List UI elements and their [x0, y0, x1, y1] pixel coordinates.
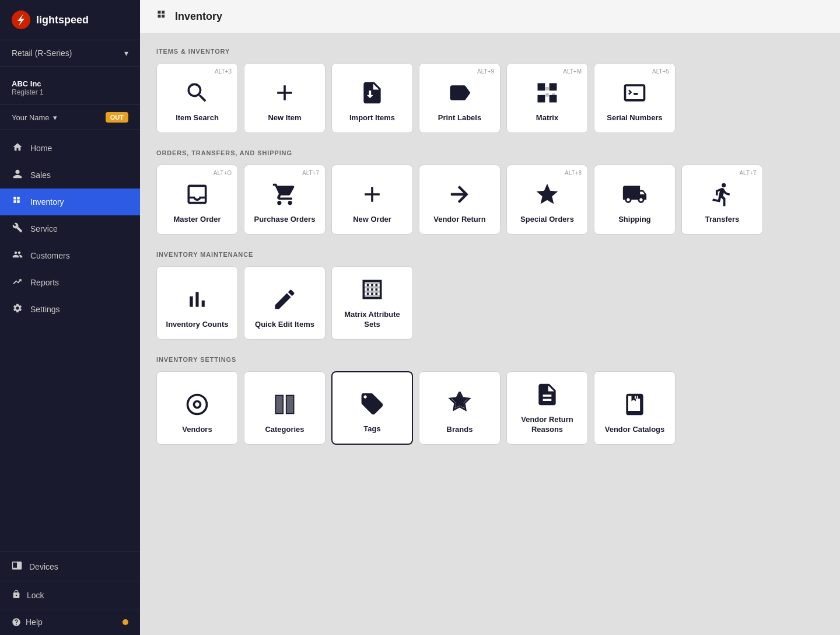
main-navigation: Home Sales Inventory Service Customers [0, 130, 140, 552]
road-icon [709, 180, 735, 209]
user-name-button[interactable]: Your Name ▾ [12, 113, 57, 122]
tile-serial-numbers[interactable]: ALT+5 Serial Numbers [594, 63, 676, 133]
home-icon [12, 142, 23, 155]
tile-label-vendor-return: Vendor Return [433, 215, 486, 225]
tile-vendors[interactable]: Vendors [156, 371, 238, 445]
sidebar-item-customers[interactable]: Customers [0, 242, 140, 269]
user-chevron-icon: ▾ [53, 113, 57, 122]
new-order-plus-icon [359, 180, 385, 209]
tiles-inventory-settings: Vendors Categories Tags [156, 371, 824, 445]
tiles-items-inventory: ALT+3 Item Search New Item [156, 63, 824, 133]
store-type-dropdown[interactable]: Retail (R-Series) ▾ [12, 48, 128, 58]
logo-text: lightspeed [36, 14, 89, 26]
sidebar-item-reports[interactable]: Reports [0, 269, 140, 296]
notification-dot [123, 619, 128, 625]
shortcut-matrix: ALT+M [563, 68, 582, 75]
grid-icon [359, 275, 385, 304]
tile-label-quick-edit-items: Quick Edit Items [255, 320, 314, 330]
user-status-badge: OUT [106, 112, 128, 123]
tile-tags[interactable]: Tags [331, 371, 413, 445]
store-selector[interactable]: Retail (R-Series) ▾ [0, 40, 140, 67]
main-content-area: Inventory ITEMS & INVENTORY ALT+3 Item S… [140, 0, 840, 635]
lightspeed-logo-icon [12, 11, 30, 29]
sidebar-item-sales[interactable]: Sales [0, 162, 140, 189]
sidebar-item-devices[interactable]: Devices [0, 552, 140, 581]
section-title-maintenance: INVENTORY MAINTENANCE [156, 251, 824, 258]
search-icon [184, 78, 210, 107]
tile-label-new-item: New Item [268, 113, 301, 123]
tile-vendor-return-reasons[interactable]: Vendor Return Reasons [506, 371, 588, 445]
tile-matrix[interactable]: ALT+M Matrix [506, 63, 588, 133]
shortcut-special-orders: ALT+8 [565, 170, 582, 176]
tile-master-order[interactable]: ALT+O Master Order [156, 165, 238, 235]
page-header: Inventory [140, 0, 840, 34]
tile-import-items[interactable]: Import Items [331, 63, 413, 133]
settings-icon [12, 303, 23, 316]
tile-print-labels[interactable]: ALT+9 Print Labels [419, 63, 501, 133]
store-selector-chevron: ▾ [124, 48, 128, 58]
star-icon [534, 180, 560, 209]
tile-label-shipping: Shipping [618, 215, 651, 225]
sidebar-bottom: Devices Lock Help [0, 552, 140, 635]
page-title: Inventory [175, 11, 222, 23]
help-link[interactable]: Help [12, 617, 43, 627]
section-inventory-maintenance: INVENTORY MAINTENANCE Inventory Counts Q… [156, 251, 824, 340]
starburst-icon [447, 390, 473, 419]
book-icon [622, 390, 648, 419]
tile-label-categories: Categories [265, 425, 304, 435]
terminal-icon [622, 78, 648, 107]
tile-transfers[interactable]: ALT+T Transfers [681, 165, 763, 235]
tile-label-matrix-attribute-sets: Matrix Attribute Sets [338, 310, 407, 330]
tile-shipping[interactable]: Shipping [594, 165, 676, 235]
tile-label-inventory-counts: Inventory Counts [166, 320, 229, 330]
sales-icon [12, 169, 23, 182]
lock-icon [12, 589, 21, 601]
tile-label-print-labels: Print Labels [438, 113, 481, 123]
customers-icon [12, 249, 23, 262]
tile-quick-edit-items[interactable]: Quick Edit Items [244, 266, 326, 340]
tags-icon [359, 389, 385, 418]
section-title-items: ITEMS & INVENTORY [156, 48, 824, 55]
sidebar-item-settings[interactable]: Settings [0, 296, 140, 323]
tile-label-special-orders: Special Orders [520, 215, 574, 225]
tile-matrix-attribute-sets[interactable]: Matrix Attribute Sets [331, 266, 413, 340]
truck-icon [622, 180, 648, 209]
section-title-orders: ORDERS, TRANSFERS, AND SHIPPING [156, 149, 824, 156]
tile-label-vendor-catalogs: Vendor Catalogs [605, 425, 665, 435]
tile-vendor-return[interactable]: Vendor Return [419, 165, 501, 235]
tile-new-order[interactable]: New Order [331, 165, 413, 235]
tile-item-search[interactable]: ALT+3 Item Search [156, 63, 238, 133]
tile-label-item-search: Item Search [176, 113, 219, 123]
store-name: ABC Inc [12, 79, 128, 88]
section-orders-transfers: ORDERS, TRANSFERS, AND SHIPPING ALT+O Ma… [156, 149, 824, 235]
tile-vendor-catalogs[interactable]: Vendor Catalogs [594, 371, 676, 445]
matrix-icon [534, 78, 560, 107]
sidebar-item-service[interactable]: Service [0, 215, 140, 242]
logo-area[interactable]: lightspeed [0, 0, 140, 40]
columns-icon [272, 390, 298, 419]
tile-categories[interactable]: Categories [244, 371, 326, 445]
lock-button[interactable]: Lock [0, 581, 140, 609]
sidebar-item-home[interactable]: Home [0, 135, 140, 162]
sidebar-item-inventory[interactable]: Inventory [0, 189, 140, 215]
tile-brands[interactable]: Brands [419, 371, 501, 445]
user-menu[interactable]: Your Name ▾ OUT [0, 105, 140, 130]
tile-label-brands: Brands [447, 425, 473, 435]
tile-label-serial-numbers: Serial Numbers [607, 113, 662, 123]
shortcut-purchase-orders: ALT+7 [302, 170, 319, 176]
tile-new-item[interactable]: New Item [244, 63, 326, 133]
tile-label-vendor-return-reasons: Vendor Return Reasons [513, 415, 582, 435]
tile-label-vendors: Vendors [182, 425, 212, 435]
section-inventory-settings: INVENTORY SETTINGS Vendors Categories [156, 356, 824, 445]
shortcut-master-order: ALT+O [214, 170, 232, 176]
help-row: Help [0, 609, 140, 635]
tile-label-new-order: New Order [353, 215, 391, 225]
store-register: Register 1 [12, 88, 128, 96]
tile-inventory-counts[interactable]: Inventory Counts [156, 266, 238, 340]
service-icon [12, 222, 23, 235]
tile-purchase-orders[interactable]: ALT+7 Purchase Orders [244, 165, 326, 235]
shortcut-serial-numbers: ALT+5 [652, 68, 669, 75]
inbox-icon [184, 180, 210, 209]
shortcut-transfers: ALT+T [739, 170, 757, 176]
tile-special-orders[interactable]: ALT+8 Special Orders [506, 165, 588, 235]
